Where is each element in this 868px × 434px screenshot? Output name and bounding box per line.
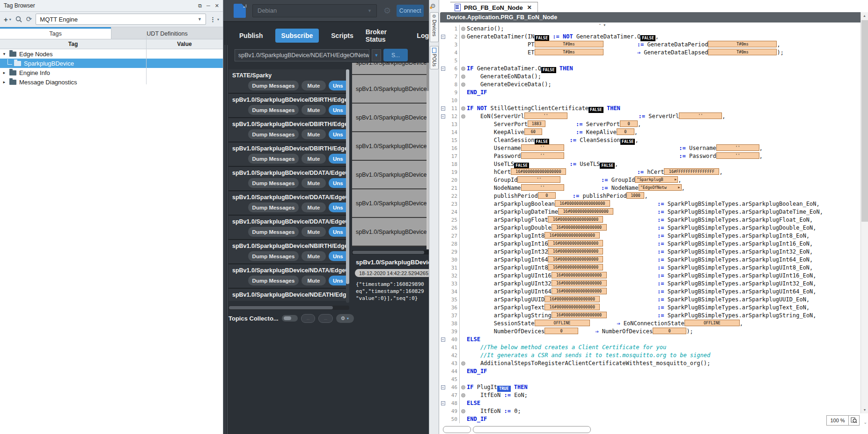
code-line[interactable]: 7 GenerateEoNData();	[439, 73, 861, 81]
monitor-value-dropdown[interactable]: "SparkplugB▶	[635, 176, 678, 183]
topic-dropdown-icon[interactable]: ▼	[372, 49, 381, 61]
code-line[interactable]: 3 PTT#0ms := GenerateDataPeriodT#0ms,	[439, 41, 861, 49]
line-number[interactable]: 21	[447, 184, 460, 192]
code-line[interactable]: 38 SessionStateOFFLINE ⇒ EoNConnectionSt…	[439, 320, 861, 328]
code-line[interactable]: −11IF NOT StillGettingClientCertificateF…	[439, 105, 861, 112]
line-number[interactable]: 45	[447, 375, 460, 383]
editor-hscroll-thumb[interactable]	[473, 426, 591, 433]
line-number[interactable]: 36	[447, 304, 460, 312]
code-line[interactable]: 42 //It generates a CSR and sends it to …	[439, 352, 861, 359]
mute-button[interactable]: Mute	[302, 129, 326, 139]
line-number[interactable]: 12	[447, 112, 460, 120]
line-number[interactable]: 13	[447, 120, 460, 128]
code-line[interactable]: −40ELSE	[439, 336, 861, 344]
mute-button[interactable]: Mute	[302, 251, 326, 261]
code-line[interactable]: 23 arSparkplugBoolean16#0000000000000000…	[439, 200, 861, 208]
code-line[interactable]: 44END_IF	[439, 367, 861, 375]
line-number[interactable]: 3	[447, 41, 460, 49]
line-number[interactable]: 48	[447, 399, 460, 407]
code-line[interactable]: 1Scenario();	[439, 25, 861, 33]
line-number[interactable]: 27	[447, 232, 460, 240]
column-header-tag[interactable]: Tag	[0, 39, 146, 49]
dump-button[interactable]: Dump Messages	[248, 154, 299, 164]
line-number[interactable]: 35	[447, 296, 460, 304]
code-line[interactable]: 15 CleanSessionFALSE := CleanSessionFALS…	[439, 136, 861, 144]
line-number[interactable]: 18	[447, 160, 460, 168]
search-icon[interactable]	[15, 15, 22, 23]
tab-udt-definitions[interactable]: UDT Definitions	[111, 27, 223, 39]
breakpoint-margin[interactable]	[460, 75, 467, 79]
line-number[interactable]: 14	[447, 128, 460, 136]
mqtt-tab-subscribe[interactable]: Subscribe	[275, 29, 319, 43]
code-line[interactable]: 9END_IF	[439, 89, 861, 97]
tree-arrow-icon[interactable]: ▸	[1, 80, 7, 84]
breakpoint-margin[interactable]	[460, 114, 467, 119]
code-line[interactable]: −46IF PlugItTRUE THEN	[439, 383, 861, 391]
refresh-icon[interactable]: ⟳	[26, 15, 32, 23]
code-line[interactable]: 39 NumberOfDevices0 ⇒ NumberOfDevices0);	[439, 328, 861, 336]
dump-button[interactable]: Dump Messages	[248, 105, 299, 115]
code-line[interactable]: 35 arSparkplugUUID16#0000000000000000 :=…	[439, 296, 861, 304]
column-divider[interactable]	[146, 35, 147, 84]
line-number[interactable]: 32	[447, 272, 460, 280]
editor-hscroll-left[interactable]	[443, 426, 471, 433]
message-row[interactable]: spBv1.0/SparkplugBDevice/NDAT	[352, 104, 429, 132]
breakpoint-margin[interactable]	[460, 361, 467, 366]
breakpoint-margin[interactable]	[460, 106, 467, 111]
tree-arrow-icon[interactable]: ▾	[1, 52, 7, 56]
monitor-value-dropdown[interactable]: "EdgeOfNetw▶	[639, 184, 682, 191]
zoom-magnifier-icon[interactable]	[849, 415, 860, 426]
code-line[interactable]: 20 GroupId'' := GroupId"SparkplugB▶,	[439, 176, 861, 184]
code-line[interactable]: 14 KeepAlive60 := KeepAlive0,	[439, 128, 861, 136]
mqtt-tab-publish[interactable]: Publish	[239, 32, 263, 39]
dump-button[interactable]: Dump Messages	[248, 202, 299, 212]
code-line[interactable]: 26 arSparkplugDouble16#0000000000000000 …	[439, 224, 861, 232]
topic-input[interactable]: spBv1.0/SparkplugBDevice/NDEATH/EdgeOfNe…	[235, 49, 369, 61]
mute-button[interactable]: Mute	[302, 178, 326, 188]
line-number[interactable]: 4	[447, 49, 460, 57]
message-row[interactable]: spBv1.0/SparkplugBDevice/DDAT	[352, 75, 429, 104]
line-number[interactable]: 24	[447, 208, 460, 216]
line-number[interactable]: 28	[447, 240, 460, 248]
menu-dots-icon[interactable]: ⋮	[210, 16, 216, 23]
line-number[interactable]: 37	[447, 312, 460, 320]
line-number[interactable]: 43	[447, 359, 460, 367]
line-number[interactable]: 19	[447, 168, 460, 176]
code-line[interactable]: 33 arSparkplugUInt3216#0000000000000000 …	[439, 280, 861, 288]
collector-gear-button[interactable]: ⚙▼	[336, 314, 354, 323]
fold-toggle[interactable]: −	[439, 106, 447, 111]
code-line[interactable]: −2GenerateDataTimer(INFALSE := NOT Gener…	[439, 33, 861, 41]
fold-toggle[interactable]: −	[439, 401, 447, 405]
line-number[interactable]: 2	[447, 33, 460, 41]
dump-button[interactable]: Dump Messages	[248, 178, 299, 188]
dump-button[interactable]: Dump Messages	[248, 129, 299, 139]
chevron-down-icon[interactable]: ⌄	[863, 420, 867, 425]
line-number[interactable]: 1	[447, 25, 460, 33]
breakpoint-margin[interactable]	[460, 67, 467, 71]
code-line[interactable]: 28 arSparkplugInt1616#0000000000000000 :…	[439, 240, 861, 248]
code-line[interactable]: 49 ItfEoN := 0;	[439, 407, 861, 415]
code-line[interactable]: 4 ETT#0ms ⇒ GenerateDataElapsedT#0ms);	[439, 49, 861, 57]
breakpoint-margin[interactable]	[460, 393, 467, 397]
code-line[interactable]: 45	[439, 375, 861, 383]
tree-item-message-diagnostics[interactable]: ▸Message Diagnostics	[0, 77, 223, 87]
line-number[interactable]: 29	[447, 248, 460, 256]
code-line[interactable]: 36 arSparkplugText16#0000000000000000 :=…	[439, 304, 861, 312]
line-number[interactable]: 46	[447, 383, 460, 391]
line-number[interactable]: 42	[447, 352, 460, 359]
line-number[interactable]: 6	[447, 65, 460, 73]
editor-tab[interactable]: PRG_FB_EoN_Node ✕	[444, 2, 538, 13]
line-number[interactable]: 33	[447, 280, 460, 288]
fold-toggle[interactable]: −	[439, 385, 447, 389]
line-number[interactable]: 38	[447, 320, 460, 328]
code-line[interactable]: 17 Password'' := Password'',	[439, 152, 861, 160]
code-line[interactable]: 10	[439, 97, 861, 105]
code-line[interactable]: 18 UseTLSFALSE := UseTLSFALSE,	[439, 160, 861, 168]
subscription-scrollbar[interactable]	[346, 69, 349, 303]
message-row[interactable]: spBv1.0/SparkplugBDevice/DDAT	[352, 189, 429, 218]
mute-button[interactable]: Mute	[302, 81, 326, 90]
code-line[interactable]: −12 EoN(ServerUrl'' := ServerUrl'',	[439, 112, 861, 120]
message-row[interactable]: spBv1.0/SparkplugBDevice/DDAT	[352, 161, 429, 189]
code-line[interactable]: 34 arSparkplugUInt6416#0000000000000000 …	[439, 288, 861, 296]
message-hscrollbar[interactable]	[352, 250, 429, 254]
